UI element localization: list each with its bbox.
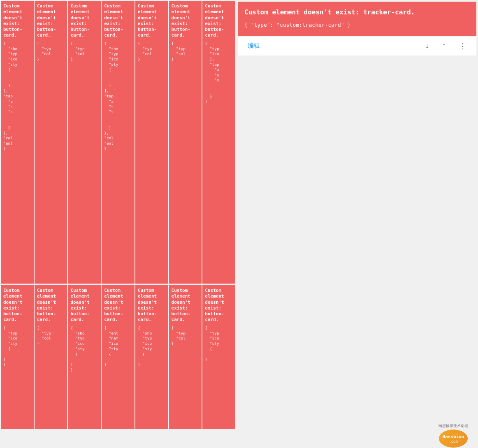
card-title-r2-0: Custom element doesn't exist: button-car… bbox=[3, 288, 31, 323]
main-layout: Custom element doesn't exist: button-car… bbox=[0, 0, 478, 430]
card-code-r2-6: { "typ "ico "sty { } bbox=[205, 326, 233, 363]
watermark-brand: Hassbian bbox=[443, 434, 464, 439]
card-title-r2-4: Custom element doesn't exist: button-car… bbox=[138, 288, 166, 323]
card-code-r2-5: { "typ "col } bbox=[172, 326, 200, 346]
move-down-button[interactable]: ↓ bbox=[422, 40, 432, 52]
card-code-r1-5: { "typ "col } bbox=[172, 41, 200, 62]
row1-card-3: Custom element doesn't exist: button-car… bbox=[102, 1, 135, 284]
row2-card-0: Custom element doesn't exist: button-car… bbox=[1, 285, 34, 429]
cards-section: Custom element doesn't exist: button-car… bbox=[0, 0, 236, 430]
card-code-r2-1: { "typ "col } bbox=[37, 326, 65, 346]
watermark: 瀚思彼岸技术论坛 Hassbian .com bbox=[433, 423, 474, 444]
card-title-r2-1: Custom element doesn't exist: button-car… bbox=[37, 288, 65, 323]
card-code-r2-0: { "typ "ico "sty { } } bbox=[3, 326, 31, 368]
card-code-r2-4: { "sho "typ "ico "sty { } bbox=[138, 326, 166, 368]
card-code-r1-3: { "sho "typ "ico "sty { } ], "tap "a "s … bbox=[104, 41, 132, 152]
row2-card-6: Custom element doesn't exist: button-car… bbox=[202, 285, 235, 429]
card-title-r1-4: Custom element doesn't exist: button-car… bbox=[138, 3, 166, 39]
watermark-text: 瀚思彼岸技术论坛 bbox=[433, 423, 474, 429]
card-title-r2-3: Custom element doesn't exist: button-car… bbox=[104, 288, 132, 323]
move-up-button[interactable]: ↑ bbox=[439, 40, 449, 52]
row1-card-4: Custom element doesn't exist: button-car… bbox=[135, 1, 168, 284]
card-code-r1-2: { "typ "col } bbox=[70, 41, 98, 62]
right-section: Custom element doesn't exist: tracker-ca… bbox=[236, 0, 478, 430]
card-title-r2-6: Custom element doesn't exist: button-car… bbox=[205, 288, 233, 323]
row2-card-2: Custom element doesn't exist: button-car… bbox=[68, 285, 101, 429]
row1-card-5: Custom element doesn't exist: button-car… bbox=[169, 1, 202, 284]
row2-card-5: Custom element doesn't exist: button-car… bbox=[169, 285, 202, 429]
row1-card-0: Custom element doesn't exist: button-car… bbox=[1, 1, 34, 284]
row1-card-6: Custom element doesn't exist: button-car… bbox=[202, 1, 235, 284]
tracker-error-title: Custom element doesn't exist: tracker-ca… bbox=[244, 8, 470, 16]
row2-card-1: Custom element doesn't exist: button-car… bbox=[35, 285, 67, 429]
card-code-r1-4: { "typ "col } bbox=[138, 41, 166, 62]
edit-button[interactable]: 编辑 bbox=[244, 40, 263, 51]
row2-card-4: Custom element doesn't exist: button-car… bbox=[135, 285, 168, 429]
card-title-r2-5: Custom element doesn't exist: button-car… bbox=[172, 288, 200, 323]
card-code-r1-0: { "sho "typ "ico "sty { } ], "tap "a "s … bbox=[3, 41, 31, 152]
card-title-r1-0: Custom element doesn't exist: button-car… bbox=[3, 3, 31, 39]
tracker-error-card: Custom element doesn't exist: tracker-ca… bbox=[238, 2, 476, 36]
watermark-dot-com: .com bbox=[449, 439, 458, 443]
action-bar: 编辑 ↓ ↑ ⋮ bbox=[238, 37, 476, 55]
row-1: Custom element doesn't exist: button-car… bbox=[0, 0, 236, 284]
row1-card-1: Custom element doesn't exist: button-car… bbox=[35, 1, 67, 284]
card-title-r1-5: Custom element doesn't exist: button-car… bbox=[172, 3, 200, 39]
card-code-r2-2: { "sho "typ "ico "sty { } } bbox=[70, 326, 98, 373]
card-title-r1-1: Custom element doesn't exist: button-car… bbox=[37, 3, 65, 39]
more-options-button[interactable]: ⋮ bbox=[456, 40, 470, 52]
card-code-r1-6: { "typ "ico ], "tap "a "s "s } } bbox=[205, 41, 233, 104]
card-title-r1-6: Custom element doesn't exist: button-car… bbox=[205, 3, 233, 39]
row2-card-3: Custom element doesn't exist: button-car… bbox=[102, 285, 135, 429]
card-title-r1-2: Custom element doesn't exist: button-car… bbox=[70, 3, 98, 39]
card-code-r1-1: { "typ "col } bbox=[37, 41, 65, 62]
card-title-r2-2: Custom element doesn't exist: button-car… bbox=[70, 288, 98, 323]
card-title-r1-3: Custom element doesn't exist: button-car… bbox=[104, 3, 132, 39]
tracker-error-code: { "type": "custom:tracker-card" } bbox=[244, 21, 470, 29]
watermark-logo: Hassbian .com bbox=[439, 430, 468, 448]
card-code-r2-3: { "ent "nam "ico "sty { } bbox=[104, 326, 132, 368]
row-2: Custom element doesn't exist: button-car… bbox=[0, 284, 236, 430]
row1-card-2: Custom element doesn't exist: button-car… bbox=[68, 1, 101, 284]
